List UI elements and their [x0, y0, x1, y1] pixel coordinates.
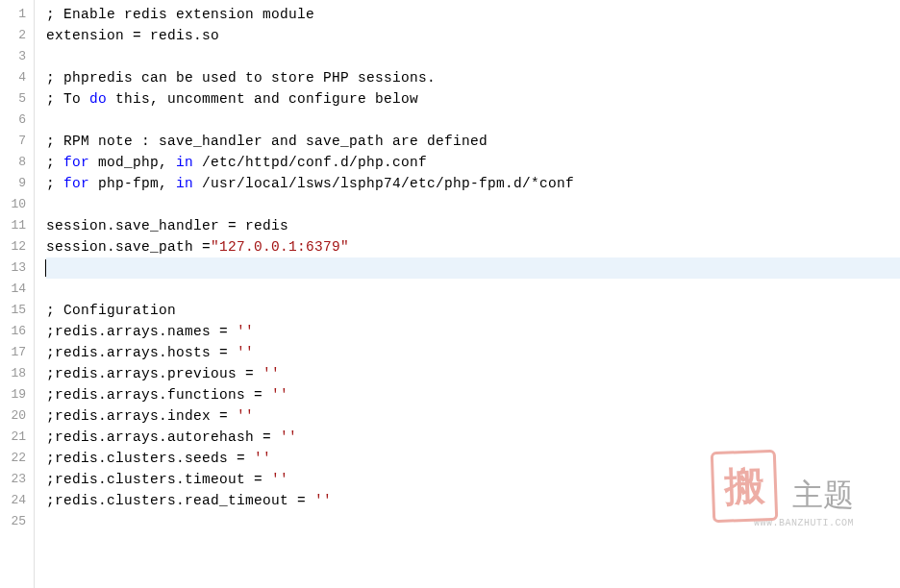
line-number: 3: [4, 46, 26, 67]
code-token: session.save_handler = redis: [46, 218, 288, 233]
line-number: 5: [4, 88, 26, 110]
code-line[interactable]: [46, 46, 900, 67]
line-number: 9: [4, 173, 26, 194]
code-token: ;redis.clusters.timeout =: [46, 472, 271, 487]
line-number: 10: [4, 194, 26, 215]
line-number: 16: [4, 321, 26, 342]
code-token: for: [63, 176, 89, 191]
code-token: this, uncomment and configure below: [107, 91, 418, 107]
code-token: '': [271, 387, 288, 403]
code-token: ;redis.arrays.index =: [46, 408, 237, 424]
code-token: '': [254, 451, 271, 466]
code-token: "127.0.0.1:6379": [211, 239, 349, 255]
line-number: 13: [4, 257, 26, 279]
line-number: 22: [4, 448, 26, 469]
code-line[interactable]: ;redis.clusters.seeds = '': [46, 448, 900, 469]
line-number: 4: [4, 67, 26, 88]
code-token: in: [176, 176, 193, 191]
code-token: ;redis.clusters.seeds =: [46, 451, 254, 466]
code-line[interactable]: ;redis.clusters.timeout = '': [46, 469, 900, 490]
code-token: '': [262, 366, 280, 381]
line-number: 21: [4, 427, 26, 448]
code-token: ;: [46, 176, 63, 191]
code-line[interactable]: ; phpredis can be used to store PHP sess…: [46, 67, 900, 88]
line-number: 17: [4, 342, 26, 363]
code-line[interactable]: ;redis.arrays.functions = '': [46, 384, 900, 405]
line-number: 24: [4, 490, 26, 511]
code-area[interactable]: ; Enable redis extension moduleextension…: [35, 0, 900, 588]
code-token: extension = redis.so: [46, 28, 219, 43]
code-line[interactable]: ; for php-fpm, in /usr/local/lsws/lsphp7…: [46, 173, 900, 194]
line-number: 18: [4, 363, 26, 384]
line-number: 7: [4, 131, 26, 152]
code-token: ; To: [46, 91, 89, 107]
code-token: ;redis.arrays.hosts =: [46, 345, 237, 360]
code-token: ;redis.arrays.names =: [46, 324, 237, 339]
code-token: ;redis.clusters.read_timeout =: [46, 493, 314, 508]
code-token: '': [237, 345, 254, 360]
code-line[interactable]: session.save_path ="127.0.0.1:6379": [46, 236, 900, 257]
line-number: 20: [4, 405, 26, 427]
code-token: '': [237, 408, 254, 424]
line-number: 14: [4, 279, 26, 300]
line-number: 25: [4, 511, 26, 532]
code-token: /etc/httpd/conf.d/php.conf: [193, 155, 427, 170]
code-token: in: [176, 155, 193, 170]
code-line[interactable]: ; for mod_php, in /etc/httpd/conf.d/php.…: [46, 152, 900, 173]
code-token: do: [89, 91, 107, 107]
code-token: /usr/local/lsws/lsphp74/etc/php-fpm.d/*c…: [193, 176, 574, 191]
code-line[interactable]: ;redis.arrays.previous = '': [46, 363, 900, 384]
line-number: 19: [4, 384, 26, 405]
code-line[interactable]: [46, 279, 900, 300]
line-number-gutter: 1234567891011121314151617181920212223242…: [0, 0, 35, 588]
code-line[interactable]: ; Configuration: [46, 300, 900, 321]
code-token: ;redis.arrays.previous =: [46, 366, 262, 381]
code-line[interactable]: ;redis.arrays.index = '': [46, 405, 900, 427]
code-editor[interactable]: 1234567891011121314151617181920212223242…: [0, 0, 900, 588]
code-line[interactable]: ; Enable redis extension module: [46, 4, 900, 25]
code-line[interactable]: ;redis.arrays.names = '': [46, 321, 900, 342]
code-token: ;redis.arrays.autorehash =: [46, 429, 280, 445]
code-token: session.save_path =: [46, 239, 211, 255]
code-line[interactable]: ;redis.arrays.hosts = '': [46, 342, 900, 363]
code-token: ;: [46, 155, 63, 170]
code-line[interactable]: ; To do this, uncomment and configure be…: [46, 88, 900, 110]
code-line[interactable]: session.save_handler = redis: [46, 215, 900, 236]
code-line[interactable]: [46, 257, 900, 279]
code-line[interactable]: ; RPM note : save_handler and save_path …: [46, 131, 900, 152]
code-line[interactable]: [46, 110, 900, 131]
line-number: 8: [4, 152, 26, 173]
code-line[interactable]: ;redis.clusters.read_timeout = '': [46, 490, 900, 511]
line-number: 2: [4, 25, 26, 46]
line-number: 15: [4, 300, 26, 321]
code-token: '': [314, 493, 332, 508]
code-token: ; Enable redis extension module: [46, 7, 314, 22]
code-token: php-fpm,: [89, 176, 176, 191]
code-token: '': [237, 324, 254, 339]
line-number: 12: [4, 236, 26, 257]
text-cursor: [45, 259, 46, 277]
line-number: 23: [4, 469, 26, 490]
code-token: ; phpredis can be used to store PHP sess…: [46, 70, 436, 86]
code-line[interactable]: extension = redis.so: [46, 25, 900, 46]
code-line[interactable]: ;redis.arrays.autorehash = '': [46, 427, 900, 448]
code-token: for: [63, 155, 89, 170]
line-number: 1: [4, 4, 26, 25]
line-number: 6: [4, 110, 26, 131]
code-line[interactable]: [46, 511, 900, 532]
code-token: ; Configuration: [46, 303, 176, 318]
code-line[interactable]: [46, 194, 900, 215]
code-token: '': [280, 429, 297, 445]
code-token: ; RPM note : save_handler and save_path …: [46, 134, 488, 149]
code-token: '': [271, 472, 288, 487]
line-number: 11: [4, 215, 26, 236]
code-token: ;redis.arrays.functions =: [46, 387, 271, 403]
code-token: mod_php,: [89, 155, 176, 170]
